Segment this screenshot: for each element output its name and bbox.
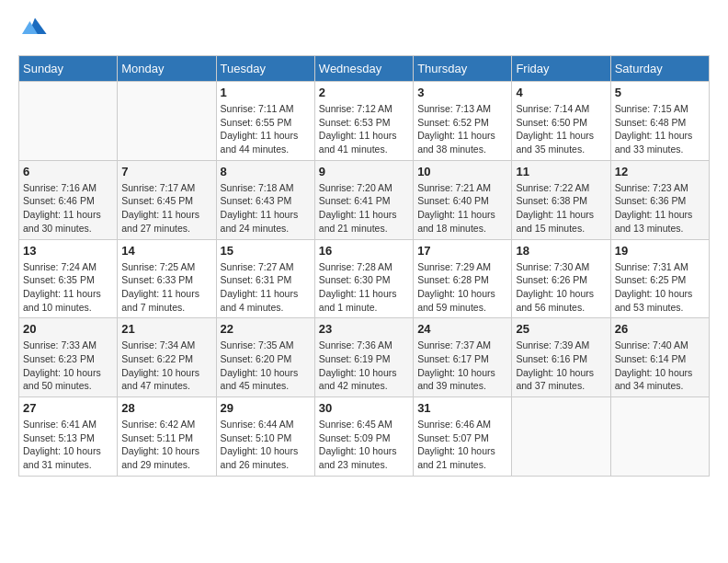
day-info: Sunrise: 7:31 AMSunset: 6:25 PMDaylight:…: [615, 260, 705, 315]
day-info: Sunrise: 6:44 AMSunset: 5:10 PMDaylight:…: [221, 418, 311, 472]
day-number: 31: [417, 401, 507, 415]
calendar-cell: 29Sunrise: 6:44 AMSunset: 5:10 PMDayligh…: [216, 397, 314, 477]
day-number: 2: [319, 86, 409, 99]
day-info: Sunrise: 7:27 AMSunset: 6:31 PMDaylight:…: [221, 260, 311, 315]
calendar-cell: 26Sunrise: 7:40 AMSunset: 6:14 PMDayligh…: [610, 318, 709, 397]
calendar-week-row: 6Sunrise: 7:16 AMSunset: 6:46 PMDaylight…: [19, 160, 710, 239]
calendar-cell: 2Sunrise: 7:12 AMSunset: 6:53 PMDaylight…: [314, 82, 413, 161]
day-number: 27: [23, 401, 113, 415]
calendar-cell: 14Sunrise: 7:25 AMSunset: 6:33 PMDayligh…: [118, 239, 216, 318]
day-info: Sunrise: 7:13 AMSunset: 6:52 PMDaylight:…: [417, 102, 507, 156]
day-info: Sunrise: 7:28 AMSunset: 6:30 PMDaylight:…: [319, 260, 409, 315]
day-number: 24: [417, 322, 507, 336]
day-number: 29: [221, 401, 311, 415]
logo-icon: [22, 15, 48, 40]
calendar-cell: 15Sunrise: 7:27 AMSunset: 6:31 PMDayligh…: [216, 239, 314, 318]
day-number: 21: [121, 322, 211, 336]
col-header-thursday: Thursday: [414, 56, 512, 82]
day-number: 14: [121, 244, 211, 258]
calendar-cell: 4Sunrise: 7:14 AMSunset: 6:50 PMDaylight…: [512, 82, 610, 161]
calendar-cell: 13Sunrise: 7:24 AMSunset: 6:35 PMDayligh…: [19, 239, 118, 318]
calendar: SundayMondayTuesdayWednesdayThursdayFrid…: [18, 55, 710, 477]
day-number: 18: [516, 244, 606, 258]
day-info: Sunrise: 7:29 AMSunset: 6:28 PMDaylight:…: [417, 260, 507, 315]
calendar-cell: 18Sunrise: 7:30 AMSunset: 6:26 PMDayligh…: [512, 239, 610, 318]
day-info: Sunrise: 7:33 AMSunset: 6:23 PMDaylight:…: [23, 339, 113, 393]
calendar-cell: 24Sunrise: 7:37 AMSunset: 6:17 PMDayligh…: [414, 318, 512, 397]
day-number: 19: [615, 244, 705, 258]
day-info: Sunrise: 7:18 AMSunset: 6:43 PMDaylight:…: [221, 181, 311, 236]
day-number: 9: [319, 165, 409, 178]
day-number: 11: [516, 165, 606, 178]
day-number: 20: [23, 322, 113, 336]
calendar-cell: 12Sunrise: 7:23 AMSunset: 6:36 PMDayligh…: [610, 160, 709, 239]
calendar-week-row: 27Sunrise: 6:41 AMSunset: 5:13 PMDayligh…: [19, 397, 710, 477]
day-info: Sunrise: 7:24 AMSunset: 6:35 PMDaylight:…: [23, 260, 113, 315]
calendar-cell: 11Sunrise: 7:22 AMSunset: 6:38 PMDayligh…: [512, 160, 610, 239]
calendar-cell: 5Sunrise: 7:15 AMSunset: 6:48 PMDaylight…: [610, 82, 709, 161]
day-info: Sunrise: 7:40 AMSunset: 6:14 PMDaylight:…: [615, 339, 705, 393]
calendar-cell: 19Sunrise: 7:31 AMSunset: 6:25 PMDayligh…: [610, 239, 709, 318]
calendar-cell: 10Sunrise: 7:21 AMSunset: 6:40 PMDayligh…: [414, 160, 512, 239]
day-info: Sunrise: 7:17 AMSunset: 6:45 PMDaylight:…: [121, 181, 211, 236]
calendar-cell: 20Sunrise: 7:33 AMSunset: 6:23 PMDayligh…: [19, 318, 118, 397]
calendar-week-row: 20Sunrise: 7:33 AMSunset: 6:23 PMDayligh…: [19, 318, 710, 397]
calendar-cell: 1Sunrise: 7:11 AMSunset: 6:55 PMDaylight…: [216, 82, 314, 161]
day-number: 1: [221, 86, 311, 99]
day-number: 25: [516, 322, 606, 336]
day-info: Sunrise: 6:42 AMSunset: 5:11 PMDaylight:…: [121, 418, 211, 472]
calendar-week-row: 1Sunrise: 7:11 AMSunset: 6:55 PMDaylight…: [19, 82, 710, 161]
col-header-friday: Friday: [512, 56, 610, 82]
calendar-cell: 21Sunrise: 7:34 AMSunset: 6:22 PMDayligh…: [118, 318, 216, 397]
calendar-cell: 27Sunrise: 6:41 AMSunset: 5:13 PMDayligh…: [19, 397, 118, 477]
day-info: Sunrise: 7:20 AMSunset: 6:41 PMDaylight:…: [319, 181, 409, 236]
calendar-cell: 23Sunrise: 7:36 AMSunset: 6:19 PMDayligh…: [314, 318, 413, 397]
day-info: Sunrise: 7:21 AMSunset: 6:40 PMDaylight:…: [417, 181, 507, 236]
day-info: Sunrise: 7:14 AMSunset: 6:50 PMDaylight:…: [516, 102, 606, 156]
day-info: Sunrise: 7:34 AMSunset: 6:22 PMDaylight:…: [121, 339, 211, 393]
calendar-cell: 16Sunrise: 7:28 AMSunset: 6:30 PMDayligh…: [314, 239, 413, 318]
calendar-cell: 8Sunrise: 7:18 AMSunset: 6:43 PMDaylight…: [216, 160, 314, 239]
calendar-cell: [118, 82, 216, 161]
day-info: Sunrise: 7:12 AMSunset: 6:53 PMDaylight:…: [319, 102, 409, 156]
day-number: 28: [121, 401, 211, 415]
col-header-tuesday: Tuesday: [216, 56, 314, 82]
day-info: Sunrise: 7:35 AMSunset: 6:20 PMDaylight:…: [221, 339, 311, 393]
col-header-wednesday: Wednesday: [314, 56, 413, 82]
col-header-monday: Monday: [118, 56, 216, 82]
calendar-cell: 25Sunrise: 7:39 AMSunset: 6:16 PMDayligh…: [512, 318, 610, 397]
header: [18, 18, 710, 40]
calendar-header-row: SundayMondayTuesdayWednesdayThursdayFrid…: [19, 56, 710, 82]
day-number: 3: [417, 86, 507, 99]
day-info: Sunrise: 7:16 AMSunset: 6:46 PMDaylight:…: [23, 181, 113, 236]
day-number: 6: [23, 165, 113, 178]
day-info: Sunrise: 7:22 AMSunset: 6:38 PMDaylight:…: [516, 181, 606, 236]
calendar-cell: 28Sunrise: 6:42 AMSunset: 5:11 PMDayligh…: [118, 397, 216, 477]
day-number: 16: [319, 244, 409, 258]
day-info: Sunrise: 7:25 AMSunset: 6:33 PMDaylight:…: [121, 260, 211, 315]
day-number: 10: [417, 165, 507, 178]
day-number: 7: [121, 165, 211, 178]
day-number: 15: [221, 244, 311, 258]
day-number: 5: [615, 86, 705, 99]
calendar-cell: 30Sunrise: 6:45 AMSunset: 5:09 PMDayligh…: [314, 397, 413, 477]
day-number: 8: [221, 165, 311, 178]
calendar-cell: 3Sunrise: 7:13 AMSunset: 6:52 PMDaylight…: [414, 82, 512, 161]
day-number: 23: [319, 322, 409, 336]
day-info: Sunrise: 7:37 AMSunset: 6:17 PMDaylight:…: [417, 339, 507, 393]
logo: [18, 18, 48, 40]
calendar-cell: [19, 82, 118, 161]
calendar-cell: 6Sunrise: 7:16 AMSunset: 6:46 PMDaylight…: [19, 160, 118, 239]
day-info: Sunrise: 6:41 AMSunset: 5:13 PMDaylight:…: [23, 418, 113, 472]
day-number: 30: [319, 401, 409, 415]
day-number: 13: [23, 244, 113, 258]
day-info: Sunrise: 7:23 AMSunset: 6:36 PMDaylight:…: [615, 181, 705, 236]
day-info: Sunrise: 7:15 AMSunset: 6:48 PMDaylight:…: [615, 102, 705, 156]
day-number: 26: [615, 322, 705, 336]
calendar-cell: [610, 397, 709, 477]
day-number: 12: [615, 165, 705, 178]
calendar-cell: 22Sunrise: 7:35 AMSunset: 6:20 PMDayligh…: [216, 318, 314, 397]
day-info: Sunrise: 7:36 AMSunset: 6:19 PMDaylight:…: [319, 339, 409, 393]
col-header-saturday: Saturday: [610, 56, 709, 82]
day-info: Sunrise: 7:11 AMSunset: 6:55 PMDaylight:…: [221, 102, 311, 156]
